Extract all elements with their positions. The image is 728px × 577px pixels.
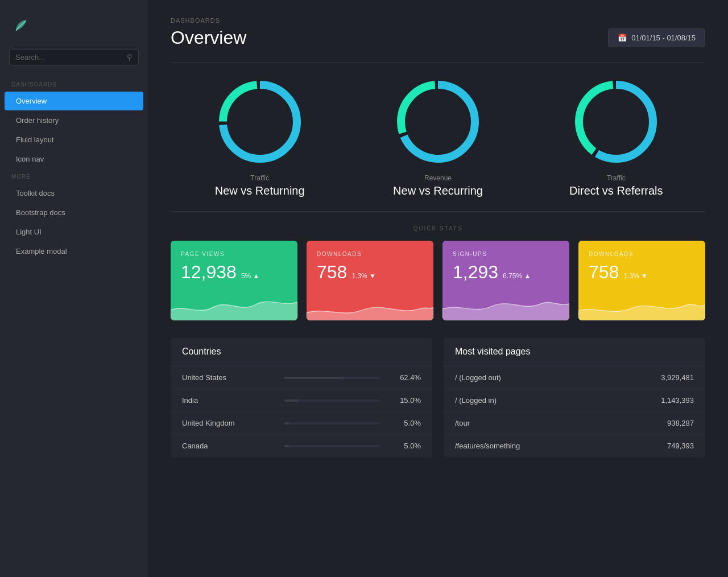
logo [0, 11, 148, 49]
sidebar-item-toolkit-docs[interactable]: Toolkit docs [5, 184, 143, 203]
chart-direct-vs-referrals: Traffic Direct vs Referrals [527, 76, 705, 197]
calendar-icon: 📅 [618, 34, 627, 42]
donut-direct-vs-referrals [570, 76, 661, 167]
stat-title: SIGN-UPS [453, 251, 559, 257]
chart-new-vs-recurring: Revenue New vs Recurring [349, 76, 527, 197]
bar-container [284, 422, 380, 424]
country-value: 5.0% [387, 442, 421, 450]
page-label: / (Logged out) [455, 373, 660, 382]
country-value: 15.0% [387, 396, 421, 405]
donut-new-vs-recurring [392, 76, 483, 167]
date-range-button[interactable]: 📅 01/01/15 - 01/08/15 [608, 28, 705, 47]
countries-table: Countries United States 62.4% India 15.0… [171, 337, 432, 457]
page-label: /features/something [455, 442, 660, 450]
sidebar-item-icon-nav[interactable]: Icon nav [5, 150, 143, 168]
bar-bg [284, 422, 380, 424]
bar-container [284, 377, 380, 379]
table-row: India 15.0% [171, 389, 432, 412]
bar-bg [284, 377, 380, 379]
chart-new-vs-returning: Traffic New vs Returning [171, 76, 349, 197]
page-value: 3,929,481 [660, 373, 694, 382]
search-icon: ⚲ [127, 53, 133, 61]
chart-category: Traffic [250, 174, 269, 182]
sidebar: ⚲ DASHBOARDSOverviewOrder historyFluid l… [0, 0, 148, 577]
bar-container [284, 399, 380, 402]
stat-value: 12,938 [181, 262, 237, 283]
stat-value: 758 [589, 262, 619, 283]
page-value: 938,287 [660, 419, 694, 427]
page-title: Overview [171, 27, 246, 48]
charts-divider [171, 211, 705, 212]
chart-title: New vs Recurring [393, 184, 483, 197]
stat-badge: 1.3% ▼ [351, 272, 376, 280]
pages-header: Most visited pages [444, 337, 705, 366]
table-row: United States 62.4% [171, 366, 432, 389]
search-container: ⚲ [0, 49, 148, 77]
date-range-label: 01/01/15 - 01/08/15 [631, 34, 696, 42]
countries-header: Countries [171, 337, 432, 366]
page-value: 1,143,393 [660, 396, 694, 405]
stat-value-row: 12,938 5% ▲ [181, 262, 287, 283]
stat-wave [578, 289, 705, 320]
pages-table: Most visited pages / (Logged out) 3,929,… [444, 337, 705, 457]
sidebar-section-label: MORE [0, 169, 148, 183]
sidebar-item-overview[interactable]: Overview [5, 92, 143, 110]
country-label: United States [182, 373, 278, 382]
sidebar-section-label: DASHBOARDS [0, 77, 148, 91]
page-header: Overview 📅 01/01/15 - 01/08/15 [171, 27, 705, 48]
table-row: / (Logged in) 1,143,393 [444, 389, 705, 412]
bar-bg [284, 399, 380, 402]
stat-value: 758 [317, 262, 347, 283]
sidebar-item-order-history[interactable]: Order history [5, 111, 143, 130]
bar-fill [284, 377, 344, 379]
sidebar-sections: DASHBOARDSOverviewOrder historyFluid lay… [0, 77, 148, 261]
chart-category: Revenue [424, 174, 452, 182]
stat-value: 1,293 [453, 262, 498, 283]
bar-container [284, 445, 380, 447]
country-value: 62.4% [387, 373, 421, 382]
stat-badge: 6.75% ▲ [503, 272, 531, 280]
page-label: / (Logged in) [455, 396, 660, 405]
bar-fill [284, 445, 289, 447]
tables-section: Countries United States 62.4% India 15.0… [171, 337, 705, 457]
search-wrapper: ⚲ [9, 49, 139, 65]
stat-badge: 1.3% ▼ [623, 272, 648, 280]
page-label: /tour [455, 419, 660, 427]
stat-wave [171, 289, 297, 320]
table-row: /features/something 749,393 [444, 435, 705, 457]
bar-fill [284, 422, 289, 424]
stat-wave [442, 289, 569, 320]
stat-wave [307, 289, 433, 320]
chart-title: Direct vs Referrals [569, 184, 663, 197]
header-divider [171, 62, 705, 63]
stat-title: DOWNLOADS [589, 251, 695, 257]
stat-title: DOWNLOADS [317, 251, 423, 257]
bar-fill [284, 399, 299, 402]
country-label: Canada [182, 442, 278, 450]
stat-card-downloads-2: DOWNLOADS 758 1.3% ▼ [578, 241, 705, 320]
sidebar-item-light-ui[interactable]: Light UI [5, 222, 143, 241]
stat-card-downloads-1: DOWNLOADS 758 1.3% ▼ [307, 241, 433, 320]
stat-card-sign-ups: SIGN-UPS 1,293 6.75% ▲ [442, 241, 569, 320]
sidebar-item-fluid-layout[interactable]: Fluid layout [5, 130, 143, 149]
country-label: India [182, 396, 278, 405]
quick-stats-label: QUICK STATS [171, 225, 705, 232]
stat-value-row: 758 1.3% ▼ [317, 262, 423, 283]
table-row: /tour 938,287 [444, 412, 705, 435]
bar-bg [284, 445, 380, 447]
stat-badge: 5% ▲ [241, 272, 260, 280]
stat-value-row: 758 1.3% ▼ [589, 262, 695, 283]
country-value: 5.0% [387, 419, 421, 427]
sidebar-item-example-modal[interactable]: Example modal [5, 242, 143, 261]
breadcrumb: DASHBOARDS [171, 17, 705, 24]
stats-section: PAGE VIEWS 12,938 5% ▲ DOWNLOADS 758 1.3… [171, 241, 705, 320]
stat-title: PAGE VIEWS [181, 251, 287, 257]
table-row: United Kingdom 5.0% [171, 412, 432, 435]
chart-category: Traffic [607, 174, 626, 182]
sidebar-item-bootstrap-docs[interactable]: Bootstrap docs [5, 203, 143, 222]
search-input[interactable] [15, 53, 127, 61]
country-label: United Kingdom [182, 419, 278, 427]
charts-section: Traffic New vs Returning Revenue New vs … [171, 76, 705, 197]
table-row: / (Logged out) 3,929,481 [444, 366, 705, 389]
stat-value-row: 1,293 6.75% ▲ [453, 262, 559, 283]
